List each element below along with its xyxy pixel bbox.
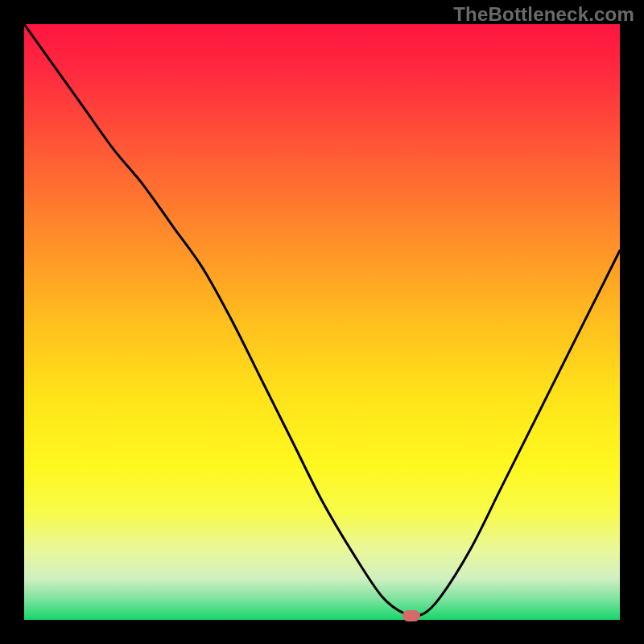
curve-layer xyxy=(24,24,620,620)
chart-frame: TheBottleneck.com xyxy=(0,0,644,644)
watermark-text: TheBottleneck.com xyxy=(453,3,634,26)
bottleneck-curve xyxy=(24,24,620,616)
plot-area xyxy=(24,24,620,620)
optimal-point-marker xyxy=(402,610,420,621)
